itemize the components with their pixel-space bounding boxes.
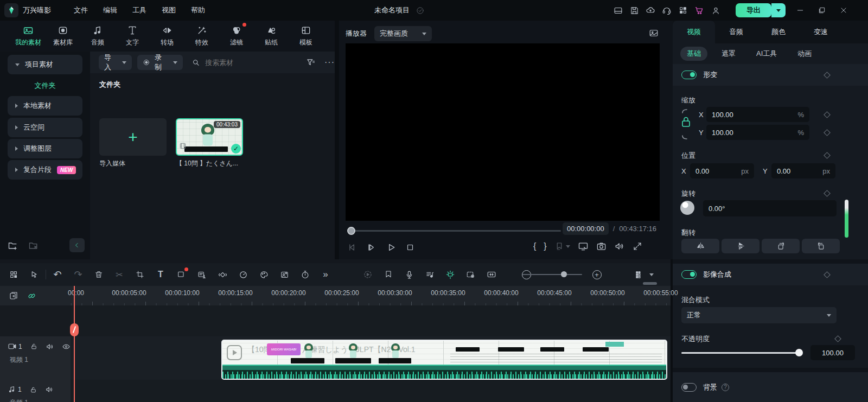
speech-to-text-icon[interactable] (192, 266, 212, 283)
opacity-value-field[interactable]: 100.00 (810, 345, 855, 360)
quality-dropdown[interactable]: 完整画质 (374, 26, 432, 41)
second-display-icon[interactable] (578, 241, 589, 252)
preview-window-icon[interactable] (461, 266, 481, 283)
tab-speed[interactable]: 变速 (800, 21, 842, 43)
support-headset-icon[interactable] (659, 0, 675, 21)
keyframe-diamond-icon[interactable] (824, 72, 831, 79)
layout-icon[interactable] (610, 0, 626, 21)
scale-x-field[interactable]: 100.00% (706, 107, 809, 122)
mute-icon[interactable] (46, 342, 54, 351)
play-icon[interactable] (386, 242, 397, 253)
apps-grid-icon[interactable] (675, 0, 691, 21)
playhead-handle[interactable] (70, 323, 79, 336)
position-y-field[interactable]: 0.00px (771, 163, 835, 178)
subtab-mask[interactable]: 遮罩 (715, 47, 742, 61)
ai-portrait-icon[interactable] (274, 266, 295, 283)
select-tool-icon[interactable] (24, 266, 44, 283)
tab-color[interactable]: 颜色 (757, 21, 800, 43)
account-user-icon[interactable] (707, 0, 724, 21)
timeline-hscrollbar[interactable] (643, 282, 657, 285)
menu-view[interactable]: 视图 (154, 5, 183, 15)
tab-transitions[interactable]: 转场 (150, 21, 184, 52)
preview-viewport[interactable] (346, 43, 660, 221)
color-palette-icon[interactable] (253, 266, 274, 283)
redo-icon[interactable]: ↷ (68, 266, 88, 283)
volume-icon[interactable] (614, 241, 625, 252)
sidebar-item-local-media[interactable]: 本地素材 (8, 96, 82, 116)
rotate-cw-button[interactable] (762, 239, 800, 253)
keyframe-diamond-icon[interactable] (824, 190, 831, 197)
track-manager-icon[interactable] (629, 266, 649, 283)
previous-frame-icon[interactable] (347, 242, 358, 253)
minimize-button[interactable] (789, 0, 811, 21)
timeline-ruler[interactable]: 00:00 00:00:05:00 00:00:10:00 00:00:15:0… (71, 286, 671, 305)
tab-templates[interactable]: 模板 (289, 21, 323, 52)
mask-tool-icon[interactable] (171, 266, 192, 283)
position-x-field[interactable]: 0.00px (690, 163, 754, 178)
tab-audio-props[interactable]: 音频 (715, 21, 757, 43)
snapshot-image-icon[interactable] (649, 28, 659, 38)
audio-track-header[interactable]: 1 音频 1 (0, 380, 71, 402)
track-manager-caret[interactable] (649, 273, 654, 276)
collapse-sidebar-button[interactable] (69, 238, 85, 252)
scrubber-handle[interactable] (347, 227, 355, 235)
delete-icon[interactable] (88, 266, 109, 283)
timeline-clip[interactable]: 【10問】たくさん練習しよう！JLPT【N2】Vol.1 MIDORI WASA… (221, 340, 667, 380)
sidebar-item-cloud-space[interactable]: 云空间 (8, 118, 82, 137)
search-input[interactable] (204, 58, 285, 67)
link-clips-icon[interactable] (27, 291, 36, 301)
audio-mixer-icon[interactable] (419, 266, 440, 283)
media-blocks-icon[interactable] (3, 266, 24, 283)
link-xy-lock-icon[interactable] (680, 107, 692, 141)
opacity-slider-handle[interactable] (795, 349, 803, 356)
fullscreen-icon[interactable] (633, 241, 642, 251)
scale-y-field[interactable]: 100.00% (706, 125, 809, 140)
keyframe-diamond-icon[interactable] (824, 271, 831, 278)
fit-timeline-icon[interactable] (481, 266, 502, 283)
playhead-line[interactable] (74, 286, 75, 402)
flip-vertical-button[interactable] (722, 239, 760, 253)
new-folder-icon[interactable] (8, 240, 18, 251)
marker-flag-icon[interactable] (378, 266, 399, 283)
tab-my-media[interactable]: 我的素材 (11, 21, 46, 52)
lock-icon[interactable] (29, 386, 37, 394)
blend-mode-dropdown[interactable]: 正常 (681, 307, 837, 323)
help-icon[interactable]: ? (722, 384, 729, 391)
timer-icon[interactable] (295, 266, 315, 283)
more-tools-icon[interactable]: » (315, 266, 336, 283)
sidebar-item-compound-clip[interactable]: 复合片段 NEW (8, 160, 82, 180)
maximize-button[interactable] (811, 0, 833, 21)
paste-board-icon[interactable] (9, 291, 18, 301)
split-scissors-icon[interactable]: ✂ (109, 266, 130, 283)
mute-icon[interactable] (45, 385, 54, 394)
tab-text[interactable]: 文字 (115, 21, 150, 52)
tab-filters[interactable]: 滤镜 (219, 21, 254, 52)
zoom-slider-track[interactable] (522, 274, 582, 275)
stop-icon[interactable] (405, 243, 415, 252)
crop-icon[interactable] (130, 266, 150, 283)
mark-in-icon[interactable]: { (533, 241, 536, 251)
camera-snapshot-icon[interactable] (596, 241, 607, 252)
keyframe-diamond-icon[interactable] (824, 152, 831, 159)
import-media-tile[interactable]: + (99, 118, 167, 156)
tab-effects[interactable]: 特效 (184, 21, 219, 52)
lock-icon[interactable] (30, 342, 38, 350)
keyframe-diamond-icon[interactable] (824, 129, 831, 136)
menu-help[interactable]: 帮助 (183, 5, 213, 15)
subtab-animation[interactable]: 动画 (791, 47, 818, 61)
cloud-upload-icon[interactable] (642, 0, 659, 21)
auto-highlight-icon[interactable] (440, 266, 461, 283)
zoom-slider-handle[interactable] (561, 271, 567, 277)
undo-icon[interactable]: ↶ (47, 266, 68, 283)
import-dropdown[interactable]: 导入 (99, 55, 132, 70)
text-tool-icon[interactable]: T (150, 266, 171, 283)
keyframe-tool-icon[interactable] (212, 266, 233, 283)
opacity-slider-track[interactable] (681, 352, 799, 354)
hide-track-eye-icon[interactable] (62, 342, 71, 351)
properties-scrollbar[interactable] (845, 200, 848, 238)
audio-track-lane[interactable] (71, 380, 671, 402)
scrubber-track[interactable] (355, 230, 561, 232)
delete-folder-icon[interactable] (28, 240, 39, 251)
voiceover-mic-icon[interactable] (399, 266, 419, 283)
mark-out-icon[interactable]: } (544, 241, 546, 251)
